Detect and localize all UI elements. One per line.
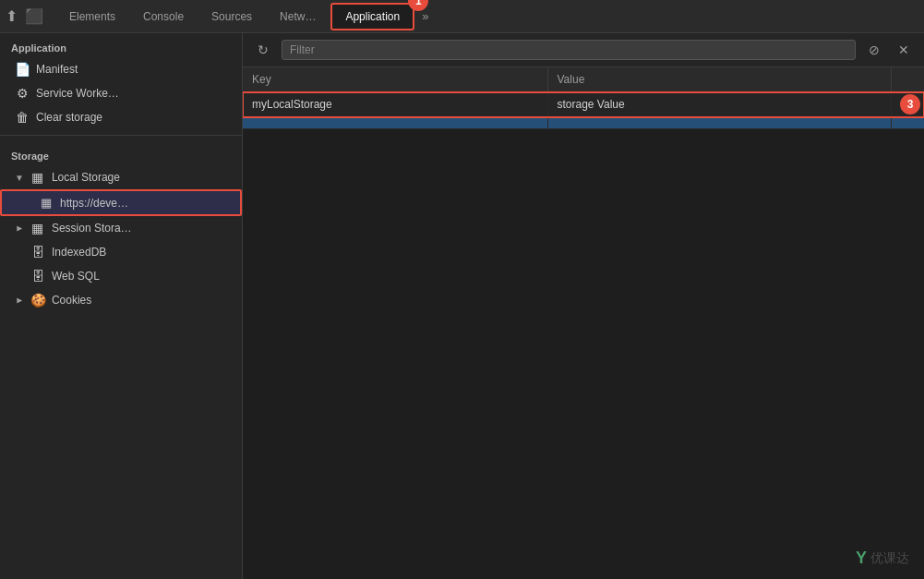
sidebar-item-manifest[interactable]: 📄 Manifest [0, 57, 242, 81]
table-cell-key: myLocalStorage [243, 92, 547, 117]
session-storage-grid-icon: ▦ [30, 221, 45, 235]
local-storage-url-icon: ▦ [39, 196, 54, 210]
sidebar-item-cookies[interactable]: ▼ 🍪 Cookies [0, 288, 242, 312]
watermark: Y 优课达 [856, 549, 909, 568]
watermark-text: 优课达 [870, 550, 909, 567]
table-header-badge [891, 67, 924, 92]
storage-table: Key Value myLocalStorage storage Value 3 [243, 67, 924, 129]
table-cell-value-empty [547, 117, 891, 129]
refresh-button[interactable]: ↻ [252, 39, 274, 61]
inspect-icon[interactable]: ⬛ [25, 7, 43, 25]
expand-cookies-icon: ▼ [14, 296, 24, 305]
table-row[interactable]: myLocalStorage storage Value 3 [243, 92, 924, 117]
expand-session-storage-icon: ▼ [14, 223, 24, 233]
clear-filter-button[interactable]: ⊘ [863, 39, 885, 61]
sidebar-section-storage: Storage [0, 141, 242, 165]
table-cell-value: storage Value [547, 92, 891, 117]
tab-application[interactable]: Application [330, 3, 414, 30]
service-workers-icon: ⚙ [15, 86, 30, 101]
local-storage-grid-icon: ▦ [30, 170, 45, 185]
tab-elements[interactable]: Elements [56, 5, 128, 29]
manifest-icon: 📄 [15, 62, 30, 77]
tab-console[interactable]: Console [130, 5, 197, 29]
cookies-icon: 🍪 [30, 293, 45, 308]
sidebar-item-clear-storage[interactable]: 🗑 Clear storage [0, 105, 242, 129]
watermark-logo: Y [856, 549, 867, 568]
table-row[interactable] [243, 117, 924, 129]
table-cell-key-empty [243, 117, 547, 129]
table-header-row: Key Value [243, 67, 924, 92]
sidebar-divider [0, 135, 242, 136]
sidebar-item-session-storage[interactable]: ▼ ▦ Session Stora… [0, 216, 242, 240]
devtools-icons: ⬆ ⬛ [6, 7, 43, 25]
sidebar-label-service-workers: Service Worke… [36, 87, 119, 100]
tab-sources[interactable]: Sources [198, 5, 265, 29]
sidebar-label-clear-storage: Clear storage [36, 111, 102, 124]
table-header-value: Value [547, 67, 891, 92]
sidebar-label-session-storage: Session Stora… [52, 222, 132, 235]
sidebar-item-web-sql[interactable]: 🗄 Web SQL [0, 264, 242, 288]
sidebar-item-service-workers[interactable]: ⚙ Service Worke… [0, 81, 242, 105]
tab-bar: ⬆ ⬛ Elements Console Sources Netw… Appli… [0, 0, 924, 33]
close-button[interactable]: ✕ [893, 39, 915, 61]
table-header-key: Key [243, 67, 547, 92]
sidebar-label-local-storage-url: https://deve… [60, 197, 128, 210]
sidebar: Application 📄 Manifest ⚙ Service Worke… … [0, 33, 243, 579]
sidebar-label-web-sql: Web SQL [52, 270, 100, 283]
tab-network[interactable]: Netw… [267, 5, 329, 29]
sidebar-label-local-storage: Local Storage [52, 171, 120, 184]
web-sql-icon: 🗄 [30, 269, 45, 283]
badge-3: 3 [900, 94, 920, 115]
toolbar: ↻ ⊘ ✕ [243, 33, 924, 67]
sidebar-label-cookies: Cookies [52, 294, 91, 307]
filter-input[interactable] [282, 40, 856, 60]
sidebar-item-local-storage-url[interactable]: ▦ https://deve… 2 [0, 189, 242, 216]
sidebar-section-application: Application [0, 33, 242, 57]
indexeddb-icon: 🗄 [30, 245, 45, 259]
sidebar-item-local-storage[interactable]: ▼ ▦ Local Storage [0, 165, 242, 189]
clear-storage-icon: 🗑 [15, 110, 30, 125]
sidebar-item-indexeddb[interactable]: 🗄 IndexedDB [0, 240, 242, 264]
expand-local-storage-icon: ▼ [15, 173, 24, 183]
sidebar-label-manifest: Manifest [36, 63, 78, 76]
table-cell-badge-empty [891, 117, 924, 129]
sidebar-label-indexeddb: IndexedDB [52, 246, 106, 259]
main-layout: Application 📄 Manifest ⚙ Service Worke… … [0, 33, 924, 579]
cursor-icon[interactable]: ⬆ [6, 7, 18, 25]
content-area: ↻ ⊘ ✕ Key Value myLocalStorage [243, 33, 924, 579]
storage-table-container: Key Value myLocalStorage storage Value 3 [243, 67, 924, 579]
table-cell-badge: 3 [891, 92, 924, 117]
